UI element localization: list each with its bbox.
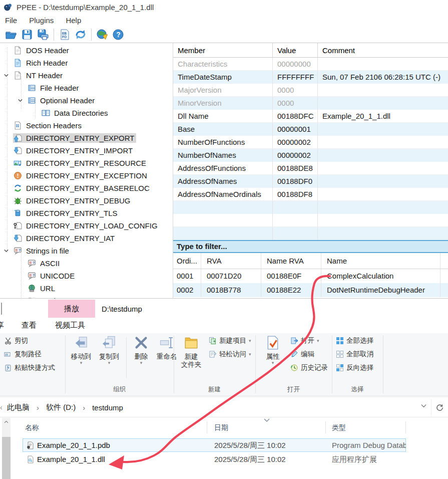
tree-item-section-headers[interactable]: Section Headers <box>0 119 173 132</box>
ribbon-item-历史记录[interactable]: 历史记录 <box>290 363 328 372</box>
tab-享[interactable]: 享 <box>0 321 4 330</box>
ribbon-item-移动到[interactable]: 移动到▾ <box>67 335 95 365</box>
menu-item-plugins[interactable]: Plugins <box>29 16 54 25</box>
debug-icon <box>14 196 22 205</box>
tree-item-unicode[interactable]: !!?UNICODE <box>0 270 173 282</box>
column-separator[interactable] <box>325 421 326 433</box>
export-header-rva[interactable]: RVA <box>201 253 261 269</box>
ribbon-item-轻松访问[interactable]: 轻松访问▾ <box>209 350 251 359</box>
member-row[interactable]: MinorVersion0000 <box>173 97 448 110</box>
tree-item-content: Data Directories <box>41 108 110 118</box>
tree-item-directory-entry-exception[interactable]: DIRECTORY_ENTRY_EXCEPTION <box>0 169 173 182</box>
hex-doc-button[interactable]: EBFO <box>58 28 71 41</box>
menu-item-file[interactable]: File <box>5 16 17 25</box>
refresh-button[interactable] <box>74 28 87 41</box>
tree-item-label: NT Header <box>26 71 63 80</box>
tree-item-ascii[interactable]: !!?ASCII <box>0 257 173 270</box>
file-row-example-20-1-1-pdb[interactable]: Example_20_1_1.pdb2025/5/28/周三 10:02Prog… <box>0 438 448 452</box>
globe-scan-button[interactable] <box>96 28 109 41</box>
tab-视频工具[interactable]: 视频工具 <box>55 321 85 330</box>
tree-item-directory-entry-load-config[interactable]: DIRECTORY_ENTRY_LOAD_CONFIG <box>0 219 173 232</box>
column-separator[interactable] <box>405 421 406 433</box>
export-row[interactable]: 00020018B77800188E22DotNetRuntimeDebugHe… <box>173 283 448 297</box>
ribbon-item-复制路径[interactable]: W..复制路径 <box>4 350 42 359</box>
tree-item-label: DIRECTORY_ENTRY_EXCEPTION <box>26 171 147 180</box>
member-row[interactable]: Characteristics00000000 <box>173 58 448 71</box>
tree-item-file-header[interactable]: File Header <box>0 82 173 94</box>
file-column-header-日期[interactable]: 日期 <box>214 420 228 435</box>
ribbon-item-全部取消[interactable]: 全部取消 <box>336 350 373 359</box>
tree-item-url[interactable]: URL <box>0 282 173 295</box>
tree-item-strings-in-file[interactable]: !!?Strings in file <box>0 245 173 257</box>
filter-bar[interactable]: Type to filter... <box>173 240 448 253</box>
member-row[interactable]: NumberOfFunctions00000002 <box>173 136 448 149</box>
ribbon-item-全部选择[interactable]: 全部选择 <box>336 336 373 345</box>
open-file-button[interactable] <box>5 28 18 41</box>
breadcrumb-item-软件-d[interactable]: 软件 (D:) <box>46 403 76 412</box>
member-header-value[interactable]: Value <box>273 43 318 57</box>
member-header-member[interactable]: Member <box>173 43 273 57</box>
member-row[interactable]: AddressOfNames00188DF0 <box>173 175 448 188</box>
tree-item-directory-entry-import[interactable]: DIRECTORY_ENTRY_IMPORT <box>0 144 173 157</box>
export-header-ordi[interactable]: Ordi... <box>173 253 201 269</box>
export-table: Ordi...RVAName RVAName000100071D2000188E… <box>173 253 448 299</box>
tree-item-dos-header[interactable]: DOS Header <box>0 44 173 57</box>
address-bar[interactable]: ‹ 此电脑›软件 (D:)›testdump <box>0 397 448 417</box>
member-row[interactable]: Dll Name00188DFCExample_20_1_1.dll <box>173 110 448 123</box>
tree-item-rich-header[interactable]: Rich Header <box>0 57 173 69</box>
ribbon-item-反向选择[interactable]: 反向选择 <box>336 363 373 372</box>
ribbon-item-新建[interactable]: 新建文件夹 <box>177 335 206 369</box>
ribbon-item-粘贴快捷方式[interactable]: 粘贴快捷方式 <box>4 363 55 372</box>
member-row[interactable]: MajorVersion0000 <box>173 84 448 97</box>
member-row[interactable]: AddressOfFunctions00188DE8 <box>173 162 448 175</box>
dropdown-caret-icon: ▾ <box>272 361 274 365</box>
tree-item-nt-header[interactable]: NT Header <box>0 69 173 82</box>
member-cell-comment <box>318 149 448 162</box>
tree-item-optional-header[interactable]: Optional Header <box>0 94 173 107</box>
ribbon-item-属性[interactable]: 属性▾ <box>258 335 287 365</box>
scroll-up-button[interactable] <box>2 418 11 426</box>
refresh-button[interactable] <box>431 399 448 415</box>
breadcrumb-item-此电脑[interactable]: 此电脑 <box>7 403 30 412</box>
member-header-comment[interactable]: Comment <box>318 43 448 57</box>
ribbon-item-删除[interactable]: 删除▾ <box>130 335 153 365</box>
tree-item-data-directories[interactable]: Data Directories <box>0 107 173 119</box>
tree-expand-chevron-icon[interactable] <box>3 72 10 79</box>
tree-item-directory-entry-basereloc[interactable]: DIRECTORY_ENTRY_BASERELOC <box>0 182 173 194</box>
tree-item-directory-entry-debug[interactable]: DIRECTORY_ENTRY_DEBUG <box>0 194 173 207</box>
save-report-button[interactable] <box>37 28 50 41</box>
file-row-example-20-1-1-dll[interactable]: Example_20_1_1.dll2025/5/28/周三 10:02应用程序… <box>0 452 448 466</box>
ribbon-item-剪切[interactable]: 剪切 <box>4 336 28 345</box>
member-row[interactable]: Base00000001 <box>173 123 448 136</box>
address-dropdown-chevron-icon[interactable] <box>420 402 431 413</box>
file-column-header-名称[interactable]: 名称 <box>25 420 39 435</box>
tree-item-directory-entry-iat[interactable]: DIRECTORY_ENTRY_IAT <box>0 232 173 245</box>
tree-item-directory-entry-tls[interactable]: DIRECTORY_ENTRY_TLS <box>0 207 173 219</box>
export-row[interactable]: 000100071D2000188E0FComplexCalculation <box>173 269 448 283</box>
tab-play-contextual[interactable]: 播放 <box>48 300 95 318</box>
member-cell-value: 00188DF0 <box>273 175 318 188</box>
tree-item-registry[interactable]: Registry <box>0 295 173 299</box>
tree-item-directory-entry-export[interactable]: DIRECTORY_ENTRY_EXPORT <box>0 132 173 144</box>
tree-expand-chevron-icon[interactable] <box>17 97 24 104</box>
ribbon-item-新建项目[interactable]: 新建项目▾ <box>209 336 251 345</box>
member-row[interactable]: NumberOfNames00000002 <box>173 149 448 162</box>
column-separator[interactable] <box>207 421 207 433</box>
menu-item-help[interactable]: Help <box>66 16 81 25</box>
ribbon-item-separator <box>126 337 127 378</box>
member-row[interactable]: TimeDateStampFFFFFFFFSun, 07 Feb 2106 06… <box>173 71 448 84</box>
tree-item-directory-entry-resource[interactable]: DIRECTORY_ENTRY_RESOURCE <box>0 157 173 169</box>
ribbon-item-复制到[interactable]: 复制到▾ <box>95 335 123 365</box>
breadcrumb-item-testdump[interactable]: testdump <box>92 403 123 412</box>
ribbon-item-编辑[interactable]: 编辑 <box>290 350 314 359</box>
help-button[interactable]: ? <box>112 28 125 41</box>
ribbon-item-打开[interactable]: 打开▾ <box>290 336 319 345</box>
tree-expand-chevron-icon[interactable] <box>3 248 10 254</box>
file-column-header-类型[interactable]: 类型 <box>332 420 346 435</box>
export-header-name-rva[interactable]: Name RVA <box>261 253 321 269</box>
export-header-name[interactable]: Name <box>321 253 440 269</box>
tab-查看[interactable]: 查看 <box>22 321 37 330</box>
member-row[interactable]: AddressOfNameOrdinals00188DF8 <box>173 188 448 201</box>
tree-item-content: !!?Strings in file <box>13 246 71 256</box>
save-button[interactable] <box>21 28 34 41</box>
